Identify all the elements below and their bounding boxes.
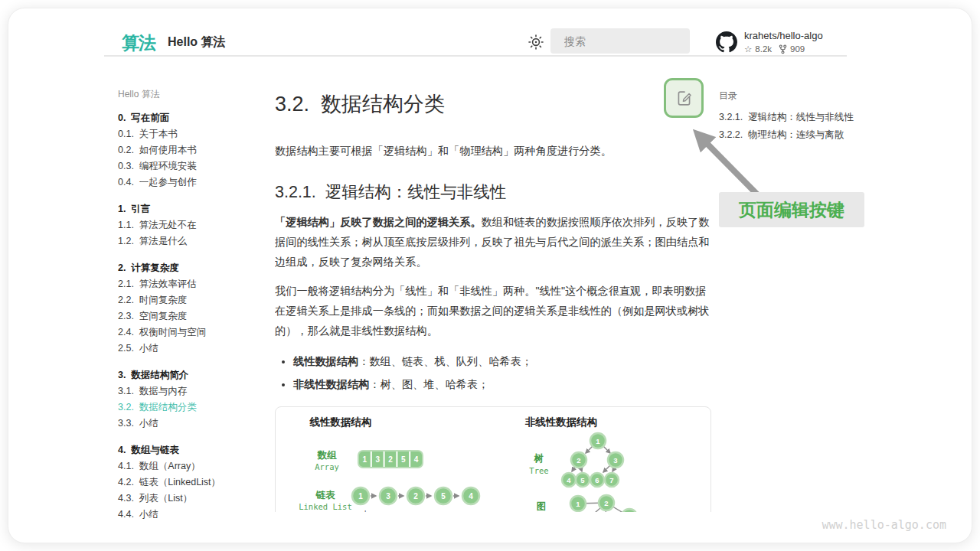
linkedlist-graphic: 1 3 2 5 4 bbox=[352, 487, 479, 504]
sidebar-section-1[interactable]: 1. 引言 bbox=[118, 201, 263, 217]
svg-text:6: 6 bbox=[595, 476, 599, 484]
toc-title: 目录 bbox=[719, 90, 872, 103]
sidebar-section-4[interactable]: 4. 数组与链表 bbox=[118, 442, 263, 458]
sidebar-item-1-2[interactable]: 1.2. 算法是什么 bbox=[118, 233, 263, 249]
list-item-nonlinear: 非线性数据结构：树、图、堆、哈希表； bbox=[293, 374, 713, 394]
github-icon bbox=[716, 31, 737, 53]
svg-text:5: 5 bbox=[580, 476, 585, 484]
svg-text:3: 3 bbox=[386, 492, 390, 500]
linkedlist-label-en: Linked List bbox=[299, 502, 352, 511]
svg-text:1: 1 bbox=[596, 437, 600, 445]
tree-graphic: 1 2 3 4 5 6 7 bbox=[562, 433, 623, 487]
intro-paragraph: 数据结构主要可根据「逻辑结构」和「物理结构」两种角度进行分类。 bbox=[275, 141, 713, 161]
data-structure-figure: 线性数据结构 数组 Array 1 3 2 5 4 链表 Linked Lis bbox=[275, 406, 711, 512]
sidebar-item-3-3[interactable]: 3.3. 小结 bbox=[118, 416, 263, 432]
tree-label-zh: 树 bbox=[534, 453, 544, 464]
toc-panel: 目录 3.2.1. 逻辑结构：线性与非线性 3.2.2. 物理结构：连续与离散 bbox=[719, 90, 872, 143]
sidebar-item-4-2[interactable]: 4.2. 链表（LinkedList） bbox=[118, 474, 263, 491]
sidebar-item-3-2-active[interactable]: 3.2. 数据结构分类 bbox=[118, 399, 263, 416]
sidebar-item-2-5[interactable]: 2.5. 小结 bbox=[118, 341, 263, 357]
theme-toggle-button[interactable] bbox=[526, 33, 546, 53]
search-box[interactable] bbox=[550, 28, 690, 54]
annotation-label: 页面编辑按键 bbox=[719, 192, 864, 227]
sidebar-item-2-2[interactable]: 2.2. 时间复杂度 bbox=[118, 292, 263, 308]
svg-text:3: 3 bbox=[375, 455, 380, 464]
search-input[interactable] bbox=[564, 35, 703, 47]
github-repo-stats: ☆ 8.2k 909 bbox=[744, 44, 823, 54]
logic-structure-paragraph: 「逻辑结构」反映了数据之间的逻辑关系。数组和链表的数据按照顺序依次排列，反映了数… bbox=[275, 212, 713, 272]
github-repo-link[interactable]: krahets/hello-algo ☆ 8.2k 909 bbox=[716, 30, 823, 54]
sidebar-item-0-1[interactable]: 0.1. 关于本书 bbox=[118, 126, 263, 142]
svg-text:3: 3 bbox=[613, 456, 617, 465]
sidebar-item-4-4[interactable]: 4.4. 小结 bbox=[118, 507, 263, 523]
svg-text:4: 4 bbox=[469, 492, 473, 500]
graph-graphic: 1 2 3 4 5 bbox=[570, 495, 637, 512]
sidebar-item-1-1[interactable]: 1.1. 算法无处不在 bbox=[118, 217, 263, 233]
svg-text:1: 1 bbox=[358, 492, 363, 500]
paragraph-lead-bold: 「逻辑结构」反映了数据之间的逻辑关系。 bbox=[275, 216, 482, 228]
section-heading: 3.2.1. 逻辑结构：线性与非线性 bbox=[275, 181, 713, 203]
sidebar-item-4-1[interactable]: 4.1. 数组（Array） bbox=[118, 458, 263, 474]
list-item-linear: 线性数据结构：数组、链表、栈、队列、哈希表； bbox=[293, 351, 713, 371]
toc-item-1[interactable]: 3.2.1. 逻辑结构：线性与非线性 bbox=[719, 109, 872, 126]
header-divider bbox=[104, 55, 847, 57]
svg-text:1: 1 bbox=[576, 500, 580, 508]
sidebar-section-2[interactable]: 2. 计算复杂度 bbox=[118, 260, 263, 276]
array-graphic: 1 3 2 5 4 bbox=[358, 451, 423, 468]
page-edit-button[interactable] bbox=[664, 78, 704, 118]
array-label-zh: 数组 bbox=[317, 450, 338, 461]
site-logo[interactable]: 算法 bbox=[122, 31, 155, 55]
sidebar-item-3-1[interactable]: 3.1. 数据与内存 bbox=[118, 383, 263, 399]
svg-text:7: 7 bbox=[609, 476, 613, 484]
svg-text:push: push bbox=[352, 510, 369, 512]
linear-title: 线性数据结构 bbox=[309, 416, 372, 428]
svg-text:2: 2 bbox=[577, 456, 580, 465]
star-icon: ☆ bbox=[744, 44, 752, 54]
svg-text:4: 4 bbox=[414, 455, 419, 464]
github-forks: 909 bbox=[790, 44, 805, 54]
list-term: 线性数据结构 bbox=[293, 355, 358, 367]
linear-nonlinear-paragraph: 我们一般将逻辑结构分为「线性」和「非线性」两种。"线性"这个概念很直观，即表明数… bbox=[275, 281, 713, 341]
toc-item-2[interactable]: 3.2.2. 物理结构：连续与离散 bbox=[719, 126, 872, 144]
sidebar-section-3[interactable]: 3. 数据结构简介 bbox=[118, 367, 263, 383]
page-title: 3.2. 数据结构分类 bbox=[275, 90, 713, 118]
stack-graphic: push 1 3 2 5 4 bbox=[350, 510, 461, 512]
list-rest: ：树、图、堆、哈希表； bbox=[369, 378, 488, 390]
sidebar-nav: Hello 算法 0. 写在前面 0.1. 关于本书 0.2. 如何使用本书 0… bbox=[118, 89, 263, 523]
svg-text:1: 1 bbox=[363, 455, 368, 464]
github-repo-name: krahets/hello-algo bbox=[744, 30, 823, 41]
sidebar-item-0-3[interactable]: 0.3. 编程环境安装 bbox=[118, 158, 263, 174]
array-label-en: Array bbox=[315, 462, 339, 471]
fork-icon bbox=[779, 44, 787, 54]
list-rest: ：数组、链表、栈、队列、哈希表； bbox=[358, 355, 532, 367]
site-title: Hello 算法 bbox=[168, 34, 226, 51]
svg-text:2: 2 bbox=[413, 492, 418, 500]
svg-text:5: 5 bbox=[441, 492, 446, 500]
svg-text:2: 2 bbox=[388, 455, 393, 464]
sidebar-item-2-4[interactable]: 2.4. 权衡时间与空间 bbox=[118, 324, 263, 341]
structure-list: 线性数据结构：数组、链表、栈、队列、哈希表； 非线性数据结构：树、图、堆、哈希表… bbox=[293, 351, 713, 394]
sidebar-item-4-3[interactable]: 4.3. 列表（List） bbox=[118, 491, 263, 507]
sidebar-item-0-4[interactable]: 0.4. 一起参与创作 bbox=[118, 174, 263, 191]
sidebar-item-2-3[interactable]: 2.3. 空间复杂度 bbox=[118, 308, 263, 324]
github-stars: 8.2k bbox=[755, 44, 772, 54]
tree-label-en: Tree bbox=[529, 466, 548, 475]
svg-text:5: 5 bbox=[401, 455, 406, 464]
sidebar-header: Hello 算法 bbox=[118, 89, 263, 99]
article: 3.2. 数据结构分类 数据结构主要可根据「逻辑结构」和「物理结构」两种角度进行… bbox=[275, 81, 713, 512]
list-term: 非线性数据结构 bbox=[293, 378, 369, 390]
browser-window: 算法 Hello 算法 krahets/hello-algo ☆ bbox=[8, 8, 972, 543]
watermark: www.hello-algo.com bbox=[822, 518, 946, 532]
graph-label-zh: 图 bbox=[537, 501, 547, 512]
sidebar-item-2-1[interactable]: 2.1. 算法效率评估 bbox=[118, 276, 263, 292]
page-edit-icon bbox=[675, 89, 694, 108]
sidebar-section-0[interactable]: 0. 写在前面 bbox=[118, 110, 263, 126]
sidebar-item-0-2[interactable]: 0.2. 如何使用本书 bbox=[118, 142, 263, 158]
linkedlist-label-zh: 链表 bbox=[315, 490, 336, 500]
sun-brightness-icon bbox=[527, 33, 545, 51]
nonlinear-title: 非线性数据结构 bbox=[525, 416, 598, 428]
svg-text:4: 4 bbox=[567, 476, 571, 484]
svg-text:2: 2 bbox=[604, 499, 608, 507]
